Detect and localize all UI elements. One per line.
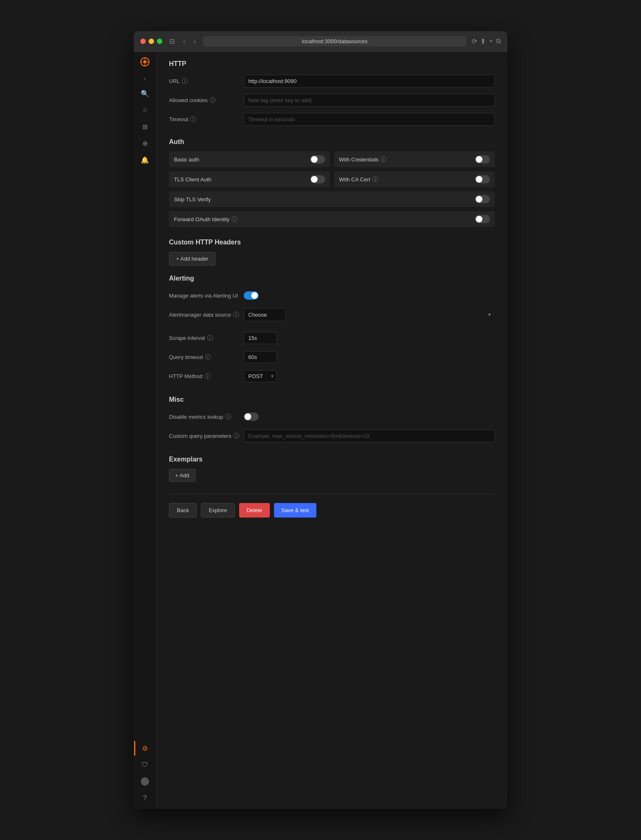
main-content: HTTP URL i Allowed cookies i (157, 52, 507, 809)
active-indicator (134, 741, 135, 756)
http-method-label: HTTP Method i (169, 373, 244, 379)
alertmanager-select-wrapper: Choose Alertmanager (244, 308, 495, 321)
with-credentials-toggle[interactable] (475, 155, 490, 164)
disable-metrics-row: Disable metrics lookup i (169, 409, 495, 424)
delete-button[interactable]: Delete (239, 503, 270, 518)
svg-point-1 (143, 60, 147, 63)
minimize-button[interactable] (149, 39, 154, 44)
timeout-info-icon[interactable]: i (190, 116, 196, 122)
allowed-cookies-input[interactable] (244, 94, 495, 107)
sidebar-toggle-icon[interactable]: ⊟ (167, 37, 177, 46)
share-icon[interactable]: ⬆ (480, 37, 486, 45)
sidebar-item-dashboards[interactable]: ⊞ (137, 119, 152, 134)
address-bar[interactable]: localhost:3000/datasources (203, 36, 467, 46)
disable-metrics-info-icon[interactable]: i (225, 414, 231, 420)
translate-icon[interactable]: ⟳ (472, 37, 477, 45)
manage-alerts-toggle[interactable] (244, 291, 259, 300)
save-test-button[interactable]: Save & test (274, 503, 316, 518)
sidebar-item-shield[interactable]: 🛡 (137, 757, 152, 772)
help-icon: ? (143, 794, 147, 802)
tls-client-auth-row: TLS Client Auth (169, 171, 330, 187)
with-credentials-row: With Credentials i (334, 151, 495, 167)
disable-metrics-label: Disable metrics lookup i (169, 414, 244, 420)
with-ca-cert-row: With CA Cert i (334, 171, 495, 187)
with-ca-cert-info-icon[interactable]: i (372, 176, 378, 182)
alertmanager-info-icon[interactable]: i (233, 312, 239, 317)
sidebar-collapse-button[interactable]: › (134, 73, 156, 84)
timeout-row: Timeout i (169, 112, 495, 127)
new-tab-icon[interactable]: + (489, 37, 493, 45)
http-method-info-icon[interactable]: i (205, 373, 210, 379)
with-credentials-info-icon[interactable]: i (381, 156, 387, 162)
basic-auth-toggle[interactable] (310, 155, 325, 164)
with-credentials-toggle-knob (476, 156, 482, 163)
with-ca-cert-label: With CA Cert i (339, 176, 475, 183)
url-text: localhost:3000/datasources (302, 38, 367, 44)
timeout-input[interactable] (244, 113, 495, 126)
basic-auth-row: Basic auth (169, 151, 330, 167)
grafana-logo[interactable] (138, 55, 152, 68)
dashboards-icon: ⊞ (142, 123, 148, 131)
browser-actions: ⟳ ⬆ + ⧉ (472, 37, 501, 45)
scrape-interval-label: Scrape interval i (169, 335, 244, 341)
query-timeout-info-icon[interactable]: i (205, 354, 211, 360)
tls-client-auth-toggle[interactable] (310, 175, 325, 183)
search-icon: 🔍 (141, 90, 149, 98)
custom-headers-section-title: Custom HTTP Headers (169, 239, 495, 246)
back-nav-icon[interactable]: ‹ (181, 37, 187, 46)
sidebar-item-search[interactable]: 🔍 (137, 86, 152, 101)
sidebar-item-profile[interactable] (137, 774, 152, 789)
custom-query-row: Custom query parameters i (169, 428, 495, 443)
alertmanager-select[interactable]: Choose Alertmanager (244, 308, 286, 321)
basic-auth-label: Basic auth (174, 156, 310, 163)
exemplars-section-title: Exemplars (169, 456, 495, 463)
url-input[interactable] (244, 75, 495, 88)
disable-metrics-toggle[interactable] (244, 413, 259, 421)
forward-oauth-toggle[interactable] (475, 215, 490, 223)
http-method-select[interactable]: GET POST (244, 370, 277, 382)
basic-auth-toggle-knob (311, 156, 318, 163)
http-method-row: HTTP Method i GET POST ▾ (169, 369, 495, 383)
url-label-text: URL (169, 78, 180, 84)
skip-tls-toggle[interactable] (475, 195, 490, 203)
scrape-interval-info-icon[interactable]: i (207, 335, 213, 341)
custom-query-info-icon[interactable]: i (233, 433, 239, 439)
sidebar-item-starred[interactable]: ☆ (137, 103, 152, 117)
explore-button[interactable]: Explore (201, 503, 235, 518)
sidebar-item-settings[interactable]: ⚙ (137, 741, 152, 756)
alertmanager-row: Alertmanager data source i Choose Alertm… (169, 307, 495, 322)
manage-alerts-label: Manage alerts via Alerting UI (169, 293, 244, 299)
tabs-icon[interactable]: ⧉ (496, 37, 501, 45)
back-button[interactable]: Back (169, 503, 197, 518)
shield-icon: 🛡 (142, 761, 148, 769)
forward-oauth-label: Forward OAuth Identity i (174, 216, 475, 222)
sidebar-item-alerting[interactable]: 🔔 (137, 152, 152, 167)
forward-nav-icon[interactable]: › (191, 37, 198, 46)
compass-icon: ⊕ (142, 139, 148, 147)
custom-query-input[interactable] (244, 430, 495, 442)
add-exemplar-button[interactable]: + Add (169, 469, 196, 482)
sidebar-item-help[interactable]: ? (137, 791, 152, 806)
url-info-icon[interactable]: i (182, 78, 188, 84)
allowed-cookies-info-icon[interactable]: i (210, 97, 215, 103)
http-method-select-wrapper: GET POST ▾ (244, 370, 277, 382)
add-header-button[interactable]: + Add header (169, 252, 215, 266)
query-timeout-input[interactable] (244, 351, 277, 363)
timeout-label-text: Timeout (169, 116, 188, 122)
with-ca-cert-toggle[interactable] (475, 175, 490, 183)
browser-navigation: ⊟ ‹ › (167, 37, 198, 46)
sidebar-item-explore[interactable]: ⊕ (137, 136, 152, 151)
url-label: URL i (169, 78, 244, 84)
scrape-interval-input[interactable] (244, 332, 277, 344)
gear-icon: ⚙ (142, 745, 148, 752)
skip-tls-label: Skip TLS Verify (174, 196, 475, 203)
query-timeout-label: Query timeout i (169, 354, 244, 360)
allowed-cookies-label-text: Allowed cookies (169, 97, 208, 103)
close-button[interactable] (140, 39, 146, 44)
auth-section-title: Auth (169, 138, 495, 146)
sidebar: › 🔍 ☆ ⊞ ⊕ 🔔 ⚙ (134, 52, 157, 809)
maximize-button[interactable] (157, 39, 162, 44)
tls-client-auth-label: TLS Client Auth (174, 176, 310, 183)
forward-oauth-info-icon[interactable]: i (232, 216, 237, 222)
scrape-interval-row: Scrape interval i (169, 330, 495, 345)
